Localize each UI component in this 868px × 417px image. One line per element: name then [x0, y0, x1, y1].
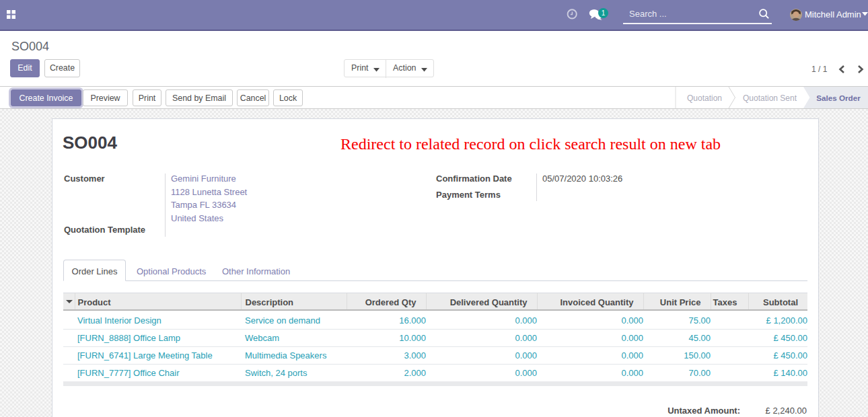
svg-text:Sales Order: Sales Order	[816, 93, 861, 102]
svg-text:Quotation Sent: Quotation Sent	[743, 93, 797, 103]
svg-text:Quotation: Quotation	[687, 93, 722, 103]
